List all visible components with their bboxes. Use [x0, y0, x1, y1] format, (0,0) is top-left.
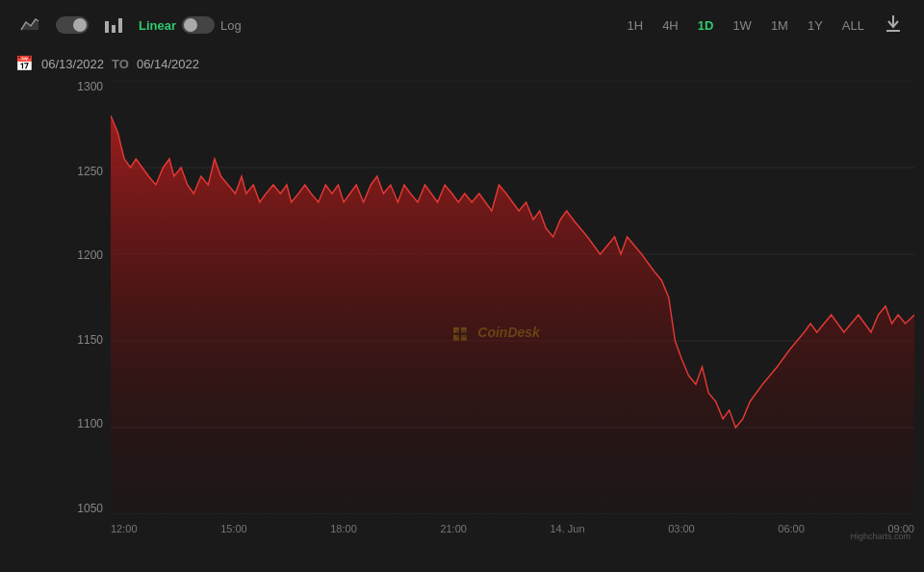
scale-toggle[interactable] — [182, 16, 215, 34]
y-label-1100: 1100 — [77, 418, 103, 429]
svg-rect-1 — [105, 21, 109, 33]
toolbar: Linear Log 1H 4H 1D 1W 1M 1Y ALL — [0, 0, 924, 50]
toolbar-left: Linear Log — [15, 13, 242, 38]
log-label: Log — [220, 18, 242, 33]
chart-area: 1300 1250 1200 1150 1100 1050 — [58, 81, 914, 543]
date-to-label: TO — [112, 57, 129, 71]
y-label-1200: 1200 — [77, 249, 103, 261]
chart-svg — [111, 81, 914, 514]
time-btn-all[interactable]: ALL — [836, 15, 870, 36]
y-label-1150: 1150 — [77, 334, 103, 346]
time-btn-1w[interactable]: 1W — [727, 15, 757, 36]
time-btn-1y[interactable]: 1Y — [802, 15, 829, 36]
x-label-14jun: 14. Jun — [551, 523, 585, 534]
download-button[interactable] — [878, 12, 909, 39]
x-label-1200: 12:00 — [111, 523, 138, 534]
time-btn-1m[interactable]: 1M — [765, 15, 794, 36]
y-label-1050: 1050 — [77, 503, 103, 514]
date-from: 06/13/2022 — [41, 57, 104, 71]
chart-plot-area: CoinDesk — [111, 81, 914, 514]
x-axis: 12:00 15:00 18:00 21:00 14. Jun 03:00 06… — [111, 514, 914, 543]
highcharts-credit: Highcharts.com — [850, 532, 911, 541]
x-label-1500: 15:00 — [220, 523, 247, 534]
chart-type-toggle[interactable] — [56, 16, 89, 34]
toolbar-right: 1H 4H 1D 1W 1M 1Y ALL — [622, 12, 909, 39]
scale-toggle-group: Linear Log — [139, 16, 242, 34]
area-chart-icon[interactable] — [15, 13, 44, 38]
y-label-1300: 1300 — [77, 81, 103, 92]
time-btn-1d[interactable]: 1D — [692, 15, 720, 36]
x-label-0600: 06:00 — [778, 523, 805, 534]
time-btn-4h[interactable]: 4H — [656, 15, 684, 36]
svg-rect-3 — [118, 18, 122, 33]
chart-area-fill — [111, 116, 914, 514]
svg-rect-2 — [112, 25, 116, 33]
x-label-2100: 21:00 — [440, 523, 467, 534]
calendar-icon: 📅 — [15, 55, 34, 72]
date-to: 06/14/2022 — [137, 57, 199, 71]
y-label-1250: 1250 — [77, 166, 103, 177]
date-range-row: 📅 06/13/2022 TO 06/14/2022 — [0, 50, 924, 81]
linear-label: Linear — [139, 18, 176, 33]
y-axis: 1300 1250 1200 1150 1100 1050 — [58, 81, 111, 514]
x-label-0300: 03:00 — [668, 523, 695, 534]
chart-container: 1300 1250 1200 1150 1100 1050 — [0, 81, 924, 572]
time-btn-1h[interactable]: 1H — [622, 15, 650, 36]
bar-chart-icon[interactable] — [100, 13, 127, 37]
x-label-1800: 18:00 — [330, 523, 357, 534]
